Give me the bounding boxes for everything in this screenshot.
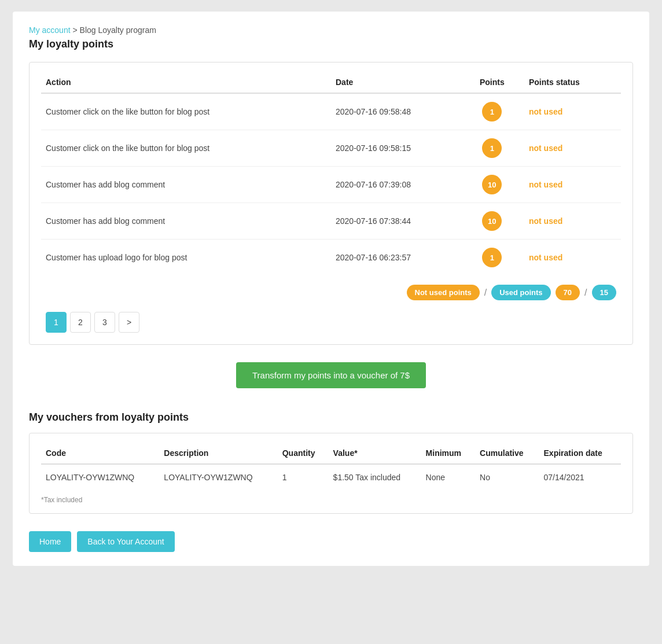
used-count: 15 — [592, 285, 616, 300]
vouchers-section-title: My vouchers from loyalty points — [29, 411, 633, 424]
breadcrumb: My account > Blog Loyalty program — [29, 25, 633, 35]
row-status: not used — [524, 93, 621, 130]
points-badge: 1 — [482, 102, 502, 122]
vcol-header-minimum: Minimum — [421, 443, 476, 464]
col-header-date: Date — [331, 72, 460, 93]
row-date: 2020-07-16 09:58:15 — [331, 130, 460, 167]
vcell-value: $1.50 Tax included — [329, 464, 421, 490]
table-row: Customer has add blog comment 2020-07-16… — [41, 203, 621, 240]
row-points: 1 — [460, 130, 524, 167]
voucher-row: LOYALITY-OYW1ZWNQ LOYALITY-OYW1ZWNQ 1 $1… — [41, 464, 621, 490]
page-2-btn[interactable]: 2 — [70, 312, 91, 333]
page-3-btn[interactable]: 3 — [94, 312, 115, 333]
vcell-minimum: None — [421, 464, 476, 490]
not-used-badge: Not used points — [407, 285, 480, 300]
row-action: Customer has add blog comment — [41, 167, 331, 203]
col-header-action: Action — [41, 72, 331, 93]
summary-row: Not used points / Used points 70 / 15 — [41, 275, 621, 303]
page-1-btn[interactable]: 1 — [46, 312, 67, 333]
summary-separator: / — [484, 288, 487, 298]
row-date: 2020-07-16 07:39:08 — [331, 167, 460, 203]
points-badge: 1 — [482, 138, 502, 158]
row-points: 1 — [460, 240, 524, 276]
table-row: Customer has upload logo for blog post 2… — [41, 240, 621, 276]
pagination: 1 2 3 > — [41, 303, 621, 335]
voucher-table: Code Description Quantity Value* Minimum… — [41, 443, 621, 490]
transform-voucher-button[interactable]: Transform my points into a voucher of 7$ — [236, 362, 426, 388]
row-status: not used — [524, 203, 621, 240]
not-used-count: 70 — [556, 285, 580, 300]
vcell-cumulative: No — [475, 464, 539, 490]
vcell-quantity: 1 — [278, 464, 329, 490]
row-action: Customer has add blog comment — [41, 203, 331, 240]
voucher-table-card: Code Description Quantity Value* Minimum… — [29, 433, 633, 514]
row-date: 2020-07-16 07:38:44 — [331, 203, 460, 240]
home-button[interactable]: Home — [29, 531, 71, 552]
row-points: 1 — [460, 93, 524, 130]
breadcrumb-account-link[interactable]: My account — [29, 25, 71, 35]
back-to-account-button[interactable]: Back to Your Account — [77, 531, 174, 552]
vcol-header-cumulative: Cumulative — [475, 443, 539, 464]
vcell-code: LOYALITY-OYW1ZWNQ — [41, 464, 159, 490]
row-action: Customer has upload logo for blog post — [41, 240, 331, 276]
vcol-header-description: Description — [159, 443, 277, 464]
table-row: Customer click on the like button for bl… — [41, 130, 621, 167]
used-badge: Used points — [491, 285, 550, 300]
table-row: Customer has add blog comment 2020-07-16… — [41, 167, 621, 203]
breadcrumb-separator: > — [72, 25, 77, 35]
page-next-btn[interactable]: > — [119, 312, 139, 333]
vcell-description: LOYALITY-OYW1ZWNQ — [159, 464, 277, 490]
footer-buttons: Home Back to Your Account — [29, 531, 633, 552]
breadcrumb-current: Blog Loyalty program — [80, 25, 156, 35]
points-badge: 10 — [482, 175, 502, 194]
vcol-header-value: Value* — [329, 443, 421, 464]
tax-note: *Tax included — [41, 496, 621, 504]
row-date: 2020-07-16 09:58:48 — [331, 93, 460, 130]
row-status: not used — [524, 167, 621, 203]
col-header-status: Points status — [524, 72, 621, 93]
row-status: not used — [524, 130, 621, 167]
row-date: 2020-07-16 06:23:57 — [331, 240, 460, 276]
points-badge: 10 — [482, 211, 502, 231]
vcell-expiration: 07/14/2021 — [539, 464, 621, 490]
table-row: Customer click on the like button for bl… — [41, 93, 621, 130]
vouchers-section: My vouchers from loyalty points Code Des… — [29, 411, 633, 514]
row-action: Customer click on the like button for bl… — [41, 130, 331, 167]
summary-separator2: / — [584, 288, 587, 298]
voucher-section: Transform my points into a voucher of 7$ — [29, 362, 633, 388]
vcol-header-expiration: Expiration date — [539, 443, 621, 464]
page-title: My loyalty points — [29, 38, 633, 50]
row-status: not used — [524, 240, 621, 276]
vcol-header-code: Code — [41, 443, 159, 464]
col-header-points: Points — [460, 72, 524, 93]
points-badge: 1 — [482, 248, 502, 267]
row-points: 10 — [460, 167, 524, 203]
loyalty-table: Action Date Points Points status Custome… — [41, 72, 621, 275]
row-action: Customer click on the like button for bl… — [41, 93, 331, 130]
row-points: 10 — [460, 203, 524, 240]
vcol-header-quantity: Quantity — [278, 443, 329, 464]
loyalty-table-card: Action Date Points Points status Custome… — [29, 62, 633, 345]
